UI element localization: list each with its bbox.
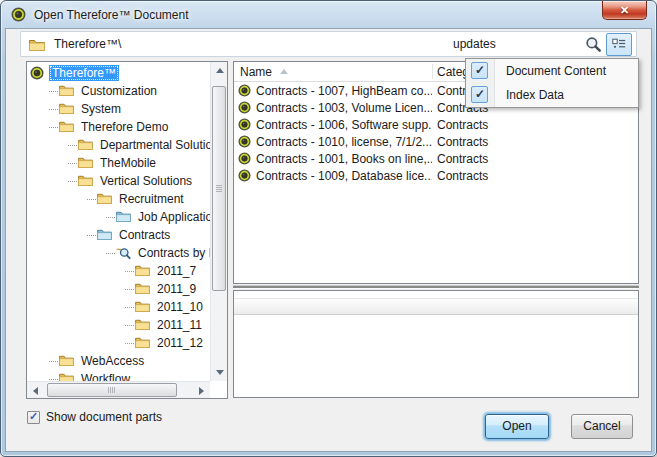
document-category: Contracts bbox=[437, 135, 488, 149]
tree-connector-line bbox=[125, 307, 134, 308]
search-options-menu: Document Content Index Data bbox=[465, 58, 639, 108]
horizontal-scroll-thumb[interactable] bbox=[47, 383, 177, 397]
therefore-doc-icon bbox=[238, 118, 251, 131]
window-title: Open Therefore™ Document bbox=[34, 8, 189, 22]
folder-tree-panel: Therefore™ Customization System Therefor… bbox=[26, 61, 228, 399]
folder-icon bbox=[59, 120, 74, 134]
tree-item-departmental-solutions[interactable]: Departmental Solutions bbox=[27, 136, 210, 154]
scroll-right-button[interactable] bbox=[193, 382, 210, 399]
show-document-parts-checkbox[interactable] bbox=[27, 411, 40, 424]
document-list-row[interactable]: Contracts - 1010, license, 7/1/2... Cont… bbox=[234, 133, 638, 150]
tree-connector-line bbox=[49, 109, 58, 110]
document-category: Contracts bbox=[437, 169, 488, 183]
folder-icon bbox=[97, 192, 112, 206]
document-parts-panel bbox=[233, 290, 639, 398]
tree-item-customization[interactable]: Customization bbox=[27, 82, 210, 100]
therefore-doc-icon bbox=[238, 152, 251, 165]
column-separator[interactable] bbox=[432, 64, 433, 79]
folder-icon bbox=[59, 102, 74, 116]
folder-icon bbox=[59, 84, 74, 98]
document-category: Contracts bbox=[437, 152, 488, 166]
search-options-button[interactable] bbox=[606, 33, 632, 56]
tree-connector-line bbox=[68, 163, 77, 164]
document-name: Contracts - 1010, license, 7/1/2... bbox=[256, 135, 432, 149]
tree-item-system[interactable]: System bbox=[27, 100, 210, 118]
open-therefore-document-dialog: Open Therefore™ Document ✕ Therefore™\ bbox=[0, 0, 657, 457]
tree-connector-line bbox=[49, 379, 58, 380]
folder-tree: Therefore™ Customization System Therefor… bbox=[27, 62, 210, 381]
tree-vertical-scrollbar[interactable] bbox=[210, 62, 227, 381]
cancel-button[interactable]: Cancel bbox=[571, 414, 633, 439]
tree-item-2011-11[interactable]: 2011_11 bbox=[27, 316, 210, 334]
folder-icon bbox=[135, 318, 150, 332]
folder-blue-icon bbox=[116, 210, 131, 224]
tree-item-webaccess[interactable]: WebAccess bbox=[27, 352, 210, 370]
document-list-row[interactable]: Contracts - 1009, Database lice... Contr… bbox=[234, 167, 638, 184]
therefore-doc-icon bbox=[238, 135, 251, 148]
menu-checkbox[interactable] bbox=[471, 62, 488, 79]
tree-connector-line bbox=[125, 289, 134, 290]
open-button[interactable]: Open bbox=[485, 414, 549, 439]
document-category: Contracts bbox=[437, 118, 488, 132]
tree-item-2011-12[interactable]: 2011_12 bbox=[27, 334, 210, 352]
therefore-logo-icon bbox=[30, 66, 45, 80]
column-header-name[interactable]: Name bbox=[240, 65, 272, 79]
tree-horizontal-scrollbar[interactable] bbox=[27, 381, 210, 398]
menu-checkbox[interactable] bbox=[471, 86, 488, 103]
tree-item-job-applications[interactable]: Job Applications bbox=[27, 208, 210, 226]
tree-item-vertical-solutions[interactable]: Vertical Solutions bbox=[27, 172, 210, 190]
folder-icon bbox=[78, 156, 93, 170]
tree-item-therefore-demo[interactable]: Therefore Demo bbox=[27, 118, 210, 136]
document-list-row[interactable]: Contracts - 1006, Software supp... Contr… bbox=[234, 116, 638, 133]
tree-item-recruitment[interactable]: Recruitment bbox=[27, 190, 210, 208]
panel-splitter[interactable] bbox=[233, 285, 639, 289]
document-name: Contracts - 1003, Volume Licen... bbox=[256, 101, 432, 115]
tree-item-contracts-by-date[interactable]: Contracts by Date bbox=[27, 244, 210, 262]
tree-item-therefore-[interactable]: Therefore™ bbox=[27, 64, 210, 82]
tree-item-2011-9[interactable]: 2011_9 bbox=[27, 280, 210, 298]
search-input[interactable] bbox=[453, 37, 579, 51]
folder-icon bbox=[135, 336, 150, 350]
current-folder-icon bbox=[29, 38, 45, 51]
titlebar[interactable]: Open Therefore™ Document ✕ bbox=[1, 1, 656, 28]
scroll-left-button[interactable] bbox=[27, 382, 44, 399]
folder-icon bbox=[135, 300, 150, 314]
folder-icon bbox=[59, 372, 74, 381]
scroll-down-button[interactable] bbox=[211, 364, 228, 381]
tree-item-workflow[interactable]: Workflow bbox=[27, 370, 210, 381]
tree-connector-line bbox=[125, 325, 134, 326]
document-list-row[interactable]: Contracts - 1001, Books on line,... Cont… bbox=[234, 150, 638, 167]
tree-item-2011-7[interactable]: 2011_7 bbox=[27, 262, 210, 280]
tree-connector-line bbox=[125, 343, 134, 344]
tree-item-themobile[interactable]: TheMobile bbox=[27, 154, 210, 172]
tree-connector-line bbox=[68, 181, 77, 182]
tree-item-2011-10[interactable]: 2011_10 bbox=[27, 298, 210, 316]
document-name: Contracts - 1001, Books on line,... bbox=[256, 152, 432, 166]
document-name: Contracts - 1009, Database lice... bbox=[256, 169, 432, 183]
menu-item-index-data[interactable]: Index Data bbox=[466, 83, 638, 107]
folder-icon bbox=[78, 138, 93, 152]
therefore-doc-icon bbox=[238, 169, 251, 182]
folder-icon bbox=[135, 282, 150, 296]
tree-item-contracts[interactable]: Contracts bbox=[27, 226, 210, 244]
close-button[interactable]: ✕ bbox=[602, 1, 647, 20]
search-icon[interactable] bbox=[583, 34, 603, 54]
vertical-scroll-thumb[interactable] bbox=[212, 86, 226, 291]
tree-connector-line bbox=[49, 127, 58, 128]
therefore-doc-icon bbox=[238, 84, 251, 97]
sort-ascending-icon bbox=[280, 69, 288, 74]
show-document-parts-option: Show document parts bbox=[27, 410, 162, 424]
folder-icon bbox=[78, 174, 93, 188]
document-name: Contracts - 1006, Software supp... bbox=[256, 118, 432, 132]
tree-connector-line bbox=[49, 361, 58, 362]
menu-item-document-content[interactable]: Document Content bbox=[466, 59, 638, 83]
search-options-icon bbox=[612, 38, 626, 50]
scroll-up-button[interactable] bbox=[211, 62, 228, 79]
folder-icon bbox=[59, 354, 74, 368]
folder-blue-icon bbox=[97, 228, 112, 242]
tree-connector-line bbox=[49, 91, 58, 92]
tree-connector-line bbox=[87, 199, 96, 200]
therefore-doc-icon bbox=[238, 101, 251, 114]
parts-header-band bbox=[234, 298, 638, 315]
document-name: Contracts - 1007, HighBeam co... bbox=[256, 84, 432, 98]
